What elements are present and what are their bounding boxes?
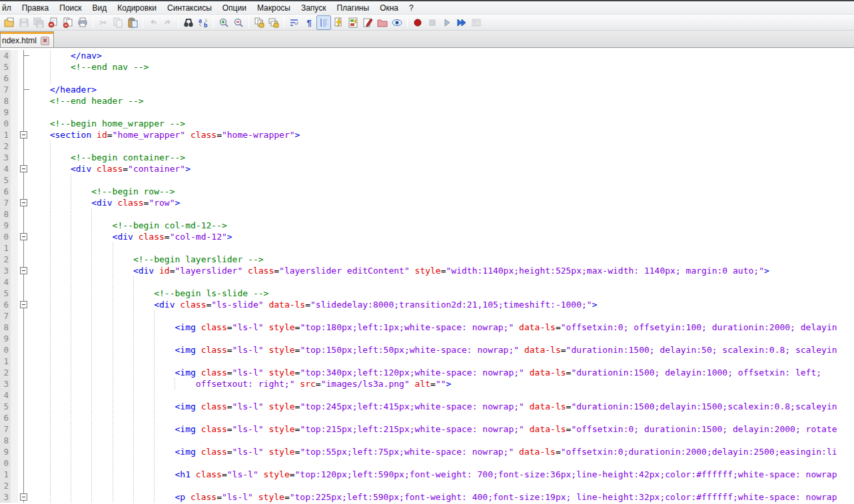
bookmark-margin (11, 197, 18, 208)
code-text[interactable]: </nav> (31, 50, 854, 61)
code-text[interactable]: <div class="container"> (31, 163, 854, 174)
sync-scroll-h-button[interactable] (266, 15, 281, 30)
code-text[interactable]: <!--begin layerslider --> (31, 254, 854, 265)
macro-run-multiple-button[interactable] (454, 15, 469, 30)
code-text[interactable]: <!--begin row--> (31, 186, 854, 197)
code-text[interactable]: <img class="ls-l" style="top:150px;left:… (31, 344, 854, 356)
menu-item-4[interactable]: Кодировки (112, 1, 162, 14)
code-text[interactable]: <img class="ls-l" style="top:180px;left:… (31, 322, 854, 333)
code-text[interactable]: <!--end header --> (31, 95, 854, 107)
code-line: 5 <!--end nav --> (0, 61, 854, 73)
menu-item-5[interactable]: Синтаксисы (162, 1, 217, 14)
macro-stop-button[interactable] (425, 15, 440, 30)
word-wrap-button[interactable] (287, 15, 302, 30)
code-text[interactable]: <div class="col-md-12"> (31, 231, 854, 242)
fold-collapse-box[interactable] (20, 199, 27, 206)
code-text[interactable] (31, 208, 854, 220)
code-text[interactable] (31, 242, 854, 254)
code-text[interactable] (31, 107, 854, 118)
print-button[interactable] (75, 15, 90, 30)
redo-button[interactable] (161, 15, 175, 30)
save-all-button[interactable] (31, 15, 46, 30)
macro-save-button[interactable] (469, 15, 484, 30)
code-text[interactable] (31, 412, 854, 423)
doc-map-button[interactable] (346, 15, 360, 30)
code-text[interactable] (31, 140, 854, 152)
code-text[interactable]: <h1 class="ls-l" style="top:120px;left:5… (31, 469, 854, 480)
code-text[interactable] (31, 174, 854, 186)
menu-item-0[interactable]: йл (0, 1, 17, 14)
fold-collapse-box[interactable] (20, 233, 27, 240)
code-line: 8 (0, 208, 854, 220)
edit-popup-button[interactable] (360, 15, 375, 30)
menu-item-3[interactable]: Вид (87, 1, 113, 14)
code-text[interactable] (31, 310, 854, 322)
code-text[interactable] (31, 333, 854, 344)
sync-scroll-v-button[interactable] (252, 15, 266, 30)
code-text[interactable]: <div class="ls-slide" data-ls="slidedela… (31, 299, 854, 310)
menu-item-11[interactable]: ? (404, 1, 419, 14)
code-text[interactable]: <img class="ls-l" style="top:340px;left:… (31, 367, 854, 378)
menu-item-9[interactable]: Плагины (331, 1, 374, 14)
menu-item-7[interactable]: Макросы (252, 1, 296, 14)
code-text[interactable]: offsetxout: right;" src="images/ls3a.png… (31, 378, 854, 389)
code-text[interactable]: <img class="ls-l" style="top:55px;left:7… (31, 446, 854, 457)
code-text[interactable]: </header> (31, 84, 854, 95)
token-q: "durationin:1500;delayin:1500;scalexin:0… (571, 401, 837, 411)
fold-margin (18, 435, 31, 446)
show-all-chars-button[interactable]: ¶ (302, 15, 316, 30)
code-text[interactable] (31, 276, 854, 288)
code-text[interactable] (31, 389, 854, 401)
zoom-in-button[interactable] (216, 15, 231, 30)
tab-index-html[interactable]: ndex.html ✕ (0, 31, 54, 47)
find-button[interactable] (181, 15, 196, 30)
indent-guide-line (71, 265, 71, 276)
fold-collapse-box[interactable] (20, 131, 27, 138)
monitoring-button[interactable] (390, 15, 404, 30)
code-text[interactable] (31, 435, 854, 446)
copy-button[interactable] (111, 15, 125, 30)
paste-button[interactable] (125, 15, 140, 30)
fold-collapse-box[interactable] (20, 165, 27, 172)
menu-item-2[interactable]: Поиск (54, 1, 87, 14)
cut-button[interactable]: ✂ (96, 15, 111, 30)
code-text[interactable]: <div class="row"> (31, 197, 854, 208)
open-file-button[interactable] (2, 15, 17, 30)
code-text[interactable]: <!--end nav --> (31, 61, 854, 73)
code-text[interactable]: <!--begin col-md-12--> (31, 220, 854, 231)
zoom-out-button[interactable] (231, 15, 246, 30)
code-text[interactable]: <div id="layerslider" class="layerslider… (31, 265, 854, 276)
function-list-button[interactable] (331, 15, 346, 30)
indent-guide-line (133, 389, 134, 401)
folder-as-workspace-button[interactable] (375, 15, 390, 30)
menu-bar: йлПравкаПоискВидКодировкиСинтаксисыОпции… (0, 1, 854, 15)
code-text[interactable] (31, 457, 854, 469)
menu-item-1[interactable]: Правка (17, 1, 55, 14)
fold-collapse-box[interactable] (20, 267, 27, 274)
macro-record-button[interactable] (410, 15, 425, 30)
code-text[interactable]: <!--begin home_wrapper --> (31, 118, 854, 129)
close-file-button[interactable] (46, 15, 61, 30)
macro-play-button[interactable] (440, 15, 454, 30)
code-editor[interactable]: 4 </nav>5 <!--end nav -->67 </header>8 <… (0, 48, 854, 504)
replace-button[interactable]: ab (196, 15, 211, 30)
code-text[interactable]: <!--begin container--> (31, 152, 854, 163)
code-text[interactable] (31, 480, 854, 491)
fold-collapse-box[interactable] (20, 493, 27, 501)
save-button[interactable] (17, 15, 31, 30)
close-all-button[interactable] (61, 15, 75, 30)
code-text[interactable] (31, 356, 854, 367)
undo-button[interactable] (146, 15, 161, 30)
menu-item-10[interactable]: Окна (374, 1, 404, 14)
code-text[interactable]: <!--begin ls-slide --> (31, 288, 854, 299)
menu-item-6[interactable]: Опции (217, 1, 252, 14)
code-text[interactable]: <p class="ls-l" style="top:225px;left:59… (31, 491, 854, 503)
code-text[interactable]: <img class="ls-l" style="top:245px;left:… (31, 401, 854, 412)
code-text[interactable]: <section id="home_wrapper" class="home-w… (31, 129, 854, 140)
code-text[interactable]: <img class="ls-l" style="top:215px;left:… (31, 423, 854, 435)
indent-guide-button[interactable] (316, 15, 331, 30)
tab-close-icon[interactable]: ✕ (41, 37, 49, 45)
code-text[interactable] (31, 73, 854, 84)
menu-item-8[interactable]: Запуск (296, 1, 332, 14)
fold-collapse-box[interactable] (20, 301, 27, 308)
